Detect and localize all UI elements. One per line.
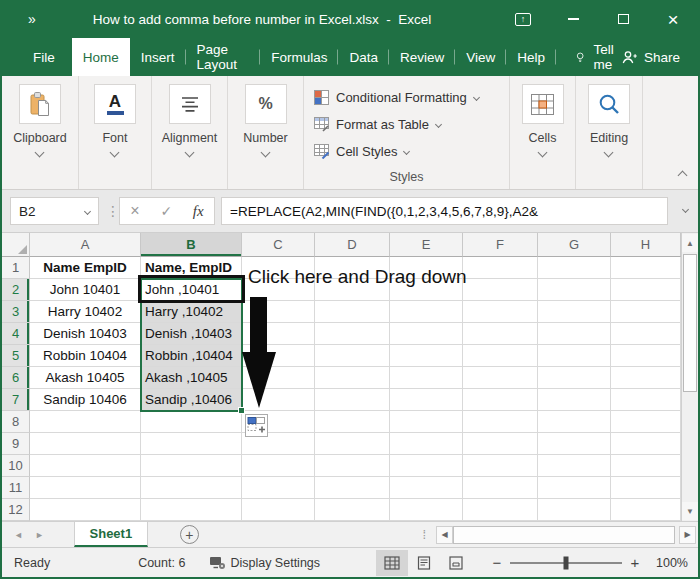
row-header-10[interactable]: 10 bbox=[2, 455, 30, 477]
cell-H3[interactable] bbox=[611, 301, 681, 323]
row-header-3[interactable]: 3 bbox=[2, 301, 30, 323]
cell-G9[interactable] bbox=[538, 433, 611, 455]
cell-H1[interactable] bbox=[611, 257, 681, 279]
cell-A3[interactable]: Harry 10402 bbox=[30, 301, 141, 323]
cell-F3[interactable] bbox=[463, 301, 538, 323]
page-layout-view-button[interactable] bbox=[408, 550, 440, 576]
tab-data[interactable]: Data bbox=[338, 38, 389, 76]
cell-B8[interactable] bbox=[141, 411, 242, 433]
cells-dropdown[interactable]: Cells bbox=[529, 124, 557, 156]
cell-C10[interactable] bbox=[242, 455, 315, 477]
cell-F12[interactable] bbox=[463, 499, 538, 521]
collapse-ribbon-icon[interactable] bbox=[678, 171, 688, 181]
horizontal-scrollbar-thumb[interactable] bbox=[453, 526, 675, 544]
column-header-F[interactable]: F bbox=[463, 233, 538, 257]
cell-B10[interactable] bbox=[141, 455, 242, 477]
cell-F9[interactable] bbox=[463, 433, 538, 455]
vertical-scrollbar[interactable]: ▲ ▼ bbox=[681, 233, 698, 521]
cell-E8[interactable] bbox=[390, 411, 463, 433]
format-as-table-button[interactable]: Format as Table bbox=[314, 111, 509, 138]
cell-G1[interactable] bbox=[538, 257, 611, 279]
cell-B2[interactable]: John ,10401 bbox=[141, 279, 242, 301]
scroll-down-icon[interactable]: ▼ bbox=[682, 502, 698, 520]
cell-B7[interactable]: Sandip ,10406 bbox=[141, 389, 242, 411]
vertical-scrollbar-thumb[interactable] bbox=[683, 254, 697, 392]
clipboard-dropdown[interactable]: Clipboard bbox=[13, 124, 67, 156]
cell-A10[interactable] bbox=[30, 455, 141, 477]
cell-B5[interactable]: Robbin ,10404 bbox=[141, 345, 242, 367]
alignment-dropdown[interactable]: Alignment bbox=[162, 124, 218, 156]
cell-F4[interactable] bbox=[463, 323, 538, 345]
cell-H10[interactable] bbox=[611, 455, 681, 477]
cell-C12[interactable] bbox=[242, 499, 315, 521]
tab-view[interactable]: View bbox=[455, 38, 506, 76]
scroll-up-icon[interactable]: ▲ bbox=[682, 234, 698, 252]
column-header-H[interactable]: H bbox=[611, 233, 681, 257]
cell-E9[interactable] bbox=[390, 433, 463, 455]
minimize-button[interactable] bbox=[548, 0, 598, 38]
cell-E4[interactable] bbox=[390, 323, 463, 345]
column-header-B[interactable]: B bbox=[141, 233, 242, 257]
cell-B1[interactable]: Name, EmpID bbox=[141, 257, 242, 279]
cell-G11[interactable] bbox=[538, 477, 611, 499]
select-all-corner[interactable] bbox=[2, 233, 30, 257]
cell-G12[interactable] bbox=[538, 499, 611, 521]
cell-E10[interactable] bbox=[390, 455, 463, 477]
cell-D10[interactable] bbox=[315, 455, 390, 477]
cell-G2[interactable] bbox=[538, 279, 611, 301]
cell-D4[interactable] bbox=[315, 323, 390, 345]
cell-F1[interactable] bbox=[463, 257, 538, 279]
page-break-preview-button[interactable] bbox=[440, 550, 472, 576]
number-dropdown[interactable]: Number bbox=[243, 124, 287, 156]
cell-E7[interactable] bbox=[390, 389, 463, 411]
cell-styles-button[interactable]: Cell Styles bbox=[314, 138, 509, 165]
autofill-options-button[interactable] bbox=[245, 414, 268, 437]
editing-dropdown[interactable]: Editing bbox=[590, 124, 628, 156]
row-header-4[interactable]: 4 bbox=[2, 323, 30, 345]
zoom-slider-thumb[interactable] bbox=[564, 556, 569, 569]
tab-scrollbar-grip-icon[interactable]: ⁞ bbox=[422, 527, 426, 542]
cell-A1[interactable]: Name EmpID bbox=[30, 257, 141, 279]
cell-H8[interactable] bbox=[611, 411, 681, 433]
row-header-9[interactable]: 9 bbox=[2, 433, 30, 455]
maximize-button[interactable] bbox=[598, 0, 648, 38]
cell-F7[interactable] bbox=[463, 389, 538, 411]
row-header-8[interactable]: 8 bbox=[2, 411, 30, 433]
row-header-2[interactable]: 2 bbox=[2, 279, 30, 301]
cell-E3[interactable] bbox=[390, 301, 463, 323]
cancel-entry-button[interactable]: × bbox=[130, 203, 139, 219]
close-button[interactable]: × bbox=[648, 0, 698, 38]
cell-A6[interactable]: Akash 10405 bbox=[30, 367, 141, 389]
tab-file[interactable]: File bbox=[16, 38, 72, 76]
cell-B11[interactable] bbox=[141, 477, 242, 499]
cell-F5[interactable] bbox=[463, 345, 538, 367]
conditional-formatting-button[interactable]: Conditional Formatting bbox=[314, 84, 509, 111]
formula-bar-grip-icon[interactable]: ⋮ bbox=[106, 203, 120, 219]
tab-formulas[interactable]: Formulas bbox=[260, 38, 338, 76]
cell-B6[interactable]: Akash ,10405 bbox=[141, 367, 242, 389]
cell-E5[interactable] bbox=[390, 345, 463, 367]
cell-A2[interactable]: John 10401 bbox=[30, 279, 141, 301]
number-button[interactable]: % bbox=[245, 84, 287, 124]
display-settings-button[interactable]: Display Settings bbox=[209, 556, 320, 570]
editing-button[interactable] bbox=[588, 84, 630, 124]
zoom-out-button[interactable]: − bbox=[488, 554, 506, 571]
row-header-12[interactable]: 12 bbox=[2, 499, 30, 521]
insert-function-button[interactable]: fx bbox=[193, 203, 204, 220]
cell-H4[interactable] bbox=[611, 323, 681, 345]
scroll-right-icon[interactable]: ▶ bbox=[679, 526, 696, 544]
name-box[interactable]: B2 bbox=[10, 197, 99, 225]
confirm-entry-button[interactable]: ✓ bbox=[160, 203, 172, 219]
column-header-C[interactable]: C bbox=[242, 233, 315, 257]
cell-D8[interactable] bbox=[315, 411, 390, 433]
cell-G8[interactable] bbox=[538, 411, 611, 433]
cell-A8[interactable] bbox=[30, 411, 141, 433]
column-header-E[interactable]: E bbox=[390, 233, 463, 257]
cell-A7[interactable]: Sandip 10406 bbox=[30, 389, 141, 411]
cell-B3[interactable]: Harry ,10402 bbox=[141, 301, 242, 323]
ribbon-display-options-button[interactable]: ↑ bbox=[498, 0, 548, 38]
cell-H5[interactable] bbox=[611, 345, 681, 367]
cell-H6[interactable] bbox=[611, 367, 681, 389]
scroll-left-icon[interactable]: ◀ bbox=[436, 526, 453, 544]
fill-handle[interactable] bbox=[238, 407, 245, 414]
